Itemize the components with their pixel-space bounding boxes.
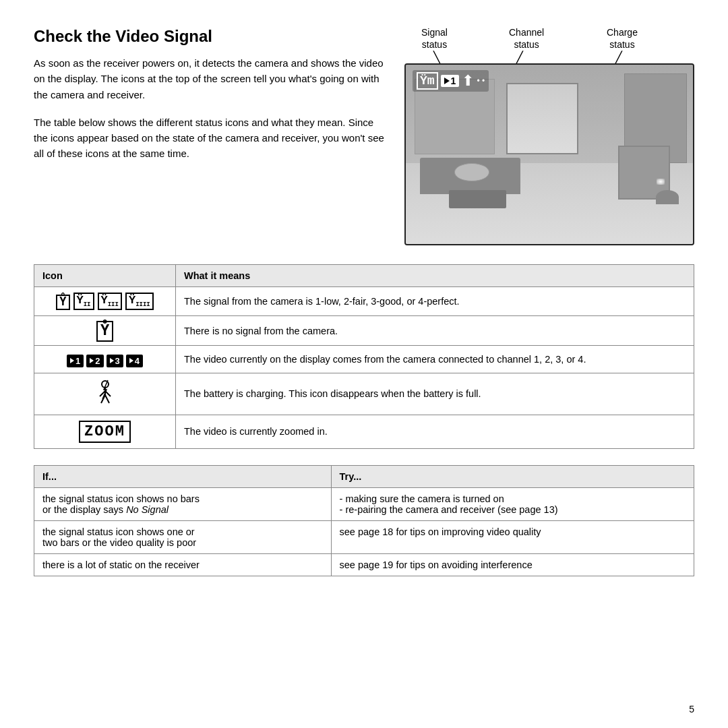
trouble-if-1: the signal status icon shows no barsor t… bbox=[34, 487, 332, 520]
page-title: Check the Video Signal bbox=[34, 27, 384, 46]
bar-1-icon: Y̊ bbox=[56, 295, 69, 310]
signal-label: Signal status ╲ bbox=[421, 27, 448, 66]
page-number: 5 bbox=[689, 704, 694, 715]
top-section: Check the Video Signal As soon as the re… bbox=[34, 27, 694, 245]
ch3-triangle-icon bbox=[110, 358, 114, 363]
table-row: the signal status icon shows one ortwo b… bbox=[34, 520, 694, 553]
room-basket bbox=[656, 190, 679, 204]
room-fire bbox=[657, 179, 665, 185]
ch1-icon: 1 bbox=[67, 355, 84, 367]
room-window bbox=[506, 83, 578, 154]
ch3-icon: 3 bbox=[107, 355, 123, 367]
trouble-header-try: Try... bbox=[331, 465, 694, 487]
zoom-icon: ZOOM bbox=[79, 421, 131, 443]
icon-table: Icon What it means Y̊ ŸII ŸIII ŸIIII The… bbox=[34, 264, 694, 449]
no-signal-desc: There is no signal from the camera. bbox=[176, 316, 694, 346]
charge-icon: ⬆ bbox=[462, 72, 474, 90]
ch4-triangle-icon bbox=[129, 358, 133, 363]
svg-line-5 bbox=[105, 395, 109, 403]
bar-2-icon: ŸII bbox=[73, 293, 94, 310]
table-row: 1 2 3 4 The video currently on the displ… bbox=[34, 346, 694, 373]
trouble-if-2: the signal status icon shows one ortwo b… bbox=[34, 520, 332, 553]
no-signal-icon: Y̊ bbox=[96, 321, 113, 342]
no-signal-text: No Signal bbox=[126, 504, 169, 515]
table-row: ZOOM The video is currently zoomed in. bbox=[34, 415, 694, 448]
ch4-icon: 4 bbox=[126, 355, 143, 367]
bar-3-icon: ŸIII bbox=[98, 293, 122, 310]
charge-icon-cell bbox=[34, 373, 176, 415]
trouble-try-2: see page 18 for tips on improving video … bbox=[331, 520, 694, 553]
left-column: Check the Video Signal As soon as the re… bbox=[34, 27, 384, 245]
zoom-desc: The video is currently zoomed in. bbox=[176, 415, 694, 448]
charge-dots: • • bbox=[477, 76, 485, 86]
bar-4-icon: ŸIIII bbox=[125, 293, 154, 310]
charge-label: Charge status ╱ bbox=[607, 27, 638, 66]
channel-icon: 1 bbox=[441, 75, 460, 87]
charging-icon bbox=[92, 379, 119, 406]
intro-paragraph: As soon as the receiver powers on, it de… bbox=[34, 55, 384, 102]
trouble-if-3: there is a lot of static on the receiver bbox=[34, 553, 332, 576]
trouble-try-3: see page 19 for tips on avoiding interfe… bbox=[331, 553, 694, 576]
table-row: the signal status icon shows no barsor t… bbox=[34, 487, 694, 520]
table-row: The battery is charging. This icon disap… bbox=[34, 373, 694, 415]
right-column: Signal status ╲ Channel status ╱ Charge … bbox=[404, 27, 694, 245]
channel-desc: The video currently on the display comes… bbox=[176, 346, 694, 373]
channel-icons-cell: 1 2 3 4 bbox=[34, 346, 176, 373]
photo-labels: Signal status ╲ Channel status ╱ Charge … bbox=[404, 27, 694, 62]
status-icons-overlay: Ÿm 1 ⬆ • • bbox=[413, 70, 489, 92]
icon-table-header-icon: Icon bbox=[34, 265, 176, 287]
channel-label: Channel status ╱ bbox=[509, 27, 544, 66]
trouble-try-1: - making sure the camera is turned on - … bbox=[331, 487, 694, 520]
ch2-icon: 2 bbox=[86, 355, 103, 367]
camera-image: Ÿm 1 ⬆ • • bbox=[404, 63, 694, 245]
charging-desc: The battery is charging. This icon disap… bbox=[176, 373, 694, 415]
no-signal-icon-cell: Y̊ bbox=[34, 316, 176, 346]
room-table bbox=[449, 190, 506, 208]
signal-bar-group: Y̊ ŸII ŸIII ŸIIII bbox=[56, 293, 153, 310]
table-row: Y̊ ŸII ŸIII ŸIIII The signal from the ca… bbox=[34, 287, 694, 316]
table-row: Y̊ There is no signal from the camera. bbox=[34, 316, 694, 346]
ch1-triangle-icon bbox=[70, 358, 74, 363]
ch2-triangle-icon bbox=[90, 358, 94, 363]
trouble-header-if: If... bbox=[34, 465, 332, 487]
trouble-table: If... Try... the signal status icon show… bbox=[34, 465, 694, 576]
fruit-bowl bbox=[454, 163, 489, 181]
signal-bars-desc: The signal from the camera is 1-low, 2-f… bbox=[176, 287, 694, 316]
signal-bars-icons: Y̊ ŸII ŸIII ŸIIII bbox=[34, 287, 176, 316]
table-row: there is a lot of static on the receiver… bbox=[34, 553, 694, 576]
play-triangle-icon bbox=[444, 78, 450, 84]
signal-icon: Ÿm bbox=[417, 72, 438, 90]
zoom-icon-cell: ZOOM bbox=[34, 415, 176, 448]
desc-paragraph: The table below shows the different stat… bbox=[34, 115, 384, 162]
icon-table-header-meaning: What it means bbox=[176, 265, 694, 287]
channel-icon-group: 1 2 3 4 bbox=[67, 355, 143, 367]
